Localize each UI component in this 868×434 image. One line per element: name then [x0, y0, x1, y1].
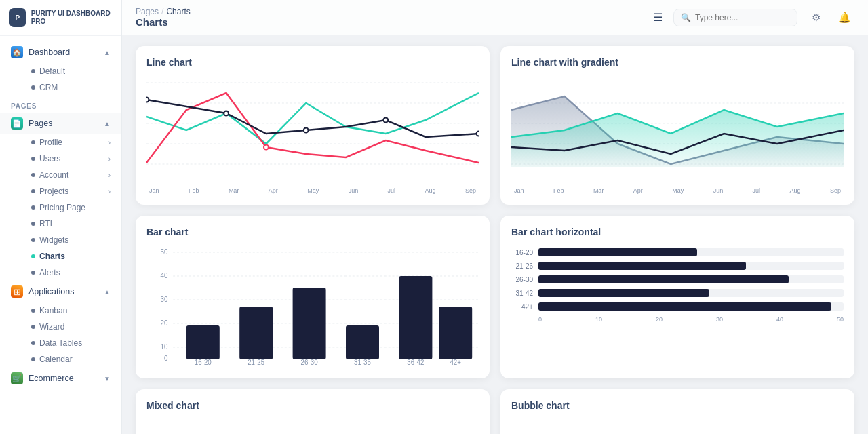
hbar-row: 31-42 — [511, 289, 844, 297]
sidebar-item-alerts[interactable]: Alerts — [20, 264, 121, 281]
sidebar-item-dashboard[interactable]: 🏠 Dashboard ▲ — [0, 41, 121, 63]
bullet-icon — [31, 341, 35, 345]
line-chart-card: Line chart — [136, 46, 490, 205]
bar-chart-area: 50 40 30 20 10 0 — [146, 245, 479, 368]
sidebar-item-rtl[interactable]: RTL — [20, 216, 121, 232]
bullet-icon — [31, 140, 35, 144]
line-chart-svg — [146, 76, 479, 184]
svg-rect-33 — [439, 307, 472, 359]
hbar-row: 16-20 — [511, 248, 844, 256]
bullet-icon — [31, 254, 35, 258]
line-chart-gradient-title: Line chart with gradient — [511, 57, 844, 68]
applications-subitems: Kanban Wizard Data Tables Calendar — [0, 302, 121, 368]
settings-icon[interactable]: ⚙ — [806, 7, 826, 28]
dashboard-icon: 🏠 — [11, 46, 23, 58]
bullet-icon — [31, 222, 35, 226]
breadcrumb: Pages / Charts — [136, 7, 191, 16]
chevron-right-icon: › — [108, 155, 111, 163]
chevron-right-icon: › — [108, 139, 111, 146]
svg-point-10 — [264, 145, 269, 150]
hbar-fill — [538, 248, 697, 256]
sidebar-item-calendar[interactable]: Calendar — [20, 351, 121, 368]
header: Pages / Charts Charts ☰ 🔍 ⚙ 🔔 — [122, 0, 868, 35]
sidebar-item-profile[interactable]: Profile › — [20, 134, 121, 151]
sidebar-item-account[interactable]: Account › — [20, 167, 121, 183]
svg-text:36-42: 36-42 — [407, 359, 424, 366]
sidebar-item-users[interactable]: Users › — [20, 151, 121, 167]
hbar-track — [538, 262, 844, 270]
bullet-icon — [31, 173, 35, 177]
sidebar-item-wizard[interactable]: Wizard — [20, 319, 121, 335]
sidebar-item-widgets[interactable]: Widgets — [20, 232, 121, 248]
sidebar-logo: P PURITY UI DASHBOARD PRO — [0, 0, 121, 36]
chevron-right-icon: › — [108, 188, 111, 195]
svg-rect-28 — [186, 326, 220, 359]
hbar-fill — [538, 262, 746, 270]
hbar-row: 42+ — [511, 302, 844, 311]
mixed-chart-card: Mixed chart — [136, 389, 490, 434]
bubble-chart-card: Bubble chart ⚙ — [500, 389, 854, 434]
ecommerce-icon: 🛒 — [11, 372, 23, 384]
search-icon: 🔍 — [681, 13, 691, 22]
sidebar-item-applications[interactable]: ⊞ Applications ▲ — [0, 281, 121, 302]
svg-text:21-25: 21-25 — [248, 359, 265, 366]
svg-point-5 — [146, 98, 149, 102]
hbar-track — [538, 275, 844, 283]
svg-text:10: 10 — [160, 343, 167, 351]
hbar-label: 21-26 — [511, 262, 533, 270]
svg-text:40: 40 — [160, 272, 167, 279]
svg-rect-29 — [239, 307, 273, 359]
svg-point-6 — [224, 111, 229, 116]
bar-chart-card: Bar chart 50 40 30 20 10 — [136, 216, 490, 378]
header-left: Pages / Charts Charts — [136, 7, 191, 28]
sidebar-item-ecommerce[interactable]: 🛒 Ecommerce ▼ — [0, 368, 121, 389]
line-chart-area — [146, 76, 479, 184]
header-right: ☰ 🔍 ⚙ 🔔 — [650, 7, 854, 28]
menu-button[interactable]: ☰ — [650, 8, 665, 26]
svg-text:16-20: 16-20 — [195, 359, 212, 366]
page-title: Charts — [136, 16, 191, 28]
dashboard-subitems: Default CRM — [0, 63, 121, 96]
line-chart-gradient-x-labels: JanFebMarAprMayJunJulAugSep — [511, 187, 844, 194]
svg-text:50: 50 — [160, 248, 167, 256]
content-area: Line chart — [122, 35, 868, 434]
sidebar-item-datatables[interactable]: Data Tables — [20, 335, 121, 351]
pages-section-label: PAGES — [0, 96, 121, 113]
charts-grid: Line chart — [136, 46, 854, 434]
sidebar-item-pages[interactable]: 📄 Pages ▲ — [0, 113, 121, 134]
bullet-icon — [31, 238, 35, 242]
bar-chart-title: Bar chart — [146, 226, 479, 237]
chevron-down-icon: ▲ — [104, 49, 111, 56]
sidebar-item-projects[interactable]: Projects › — [20, 183, 121, 199]
chevron-down-icon: ▲ — [104, 288, 111, 296]
bullet-icon — [31, 157, 35, 161]
bubble-chart-title: Bubble chart — [511, 400, 844, 411]
bar-chart-svg: 50 40 30 20 10 0 — [146, 245, 479, 368]
hbar-label: 42+ — [511, 303, 533, 311]
line-chart-gradient-svg — [511, 76, 844, 184]
bullet-icon — [31, 85, 35, 90]
sidebar-item-crm[interactable]: CRM — [20, 79, 121, 96]
line-chart-gradient-area — [511, 76, 844, 184]
sidebar-item-default[interactable]: Default — [20, 63, 121, 79]
svg-point-7 — [304, 128, 309, 133]
hbar-container: 16-20 21-26 26-30 — [511, 245, 844, 326]
sidebar-item-charts[interactable]: Charts — [20, 248, 121, 264]
bullet-icon — [31, 271, 35, 275]
svg-text:0: 0 — [164, 355, 168, 362]
logo-icon: P — [9, 8, 26, 27]
svg-text:42+: 42+ — [450, 359, 461, 366]
sidebar-item-pricing[interactable]: Pricing Page — [20, 199, 121, 216]
app-name: PURITY UI DASHBOARD PRO — [31, 9, 112, 26]
hbar-fill — [538, 275, 789, 283]
search-input[interactable] — [695, 13, 790, 22]
line-chart-x-labels: JanFebMarAprMayJunJulAugSep — [146, 187, 479, 194]
sidebar-item-kanban[interactable]: Kanban — [20, 302, 121, 319]
pages-subitems: Profile › Users › Account › Projects › P… — [0, 134, 121, 281]
hbar-fill — [538, 302, 831, 311]
notifications-icon[interactable]: 🔔 — [834, 7, 854, 28]
hbar-label: 16-20 — [511, 249, 533, 256]
svg-text:20: 20 — [160, 319, 167, 327]
main-content: Pages / Charts Charts ☰ 🔍 ⚙ 🔔 Line chart — [122, 0, 868, 434]
mixed-chart-title: Mixed chart — [146, 400, 479, 411]
